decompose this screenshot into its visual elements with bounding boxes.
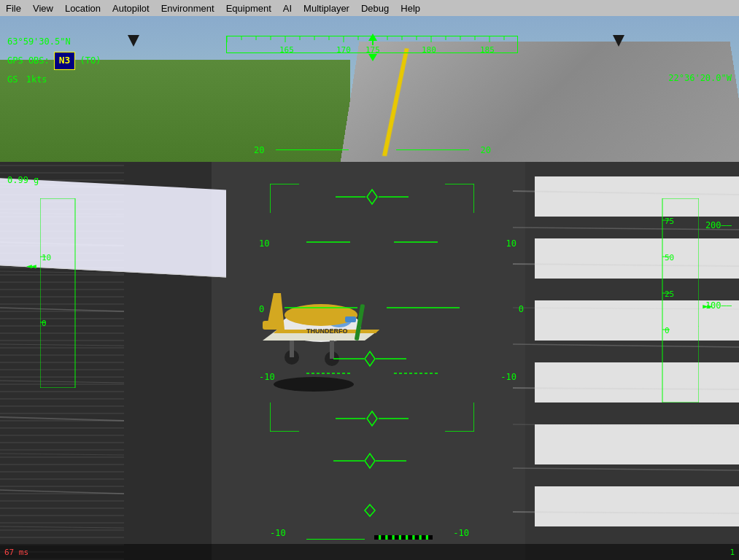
menu-bar: File View Location Autopilot Environment…: [0, 0, 739, 16]
menu-ai[interactable]: AI: [277, 1, 298, 15]
menu-debug[interactable]: Debug: [355, 1, 395, 15]
runway-stripes-right: [513, 162, 739, 560]
svg-line-17: [513, 344, 739, 347]
svg-rect-31: [330, 341, 334, 359]
menu-file[interactable]: File: [0, 1, 27, 15]
svg-text:THUNDERFO: THUNDERFO: [306, 327, 348, 335]
svg-line-16: [513, 308, 739, 309]
svg-line-18: [513, 388, 739, 389]
menu-environment[interactable]: Environment: [155, 1, 220, 15]
viewport: THUNDERFO 63°59'30.5"N GPS OBS: N3 (TO) …: [0, 16, 739, 560]
wing-left: [0, 178, 226, 278]
runway-marker-right: [613, 35, 624, 47]
svg-line-15: [513, 264, 739, 266]
menu-view[interactable]: View: [27, 1, 59, 15]
menu-help[interactable]: Help: [395, 1, 426, 15]
svg-line-21: [513, 512, 739, 513]
svg-line-13: [513, 191, 739, 195]
svg-line-20: [513, 468, 739, 470]
menu-multiplayer[interactable]: Multiplayer: [298, 1, 355, 15]
runway-marker-left: [128, 35, 139, 47]
runway-top-view: [340, 42, 739, 164]
ground-top: [0, 60, 350, 162]
sky-scene: [0, 16, 739, 162]
svg-marker-34: [266, 293, 285, 330]
svg-line-14: [513, 228, 739, 230]
main-scene: THUNDERFO: [0, 162, 739, 560]
menu-autopilot[interactable]: Autopilot: [107, 1, 155, 15]
menu-equipment[interactable]: Equipment: [220, 1, 277, 15]
svg-rect-33: [290, 341, 294, 357]
svg-rect-36: [345, 316, 356, 322]
airplane: THUNDERFO: [219, 235, 423, 381]
svg-point-26: [285, 304, 357, 326]
menu-location[interactable]: Location: [59, 1, 107, 15]
svg-line-19: [513, 424, 739, 427]
svg-point-22: [274, 377, 354, 392]
